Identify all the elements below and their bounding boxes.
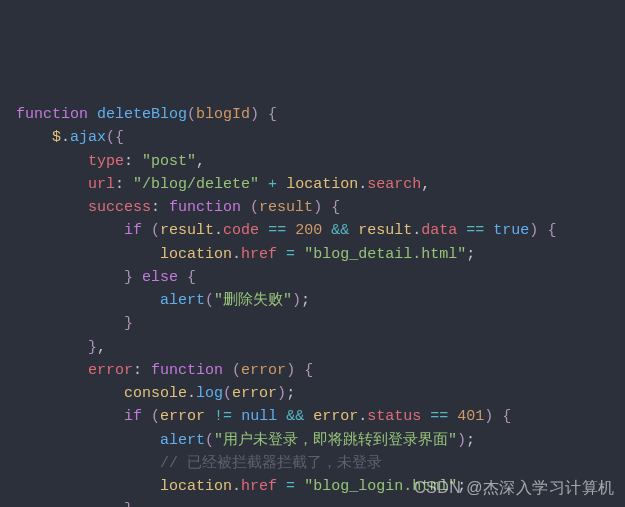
str-post: "post" <box>142 153 196 170</box>
str-url: "/blog/delete" <box>133 176 259 193</box>
prop-href-2: href <box>241 478 277 495</box>
kw-null: null <box>241 408 277 425</box>
param-error: error <box>241 362 286 379</box>
param-blogid: blogId <box>196 106 250 123</box>
keyword-function-2: function <box>169 199 241 216</box>
param-result: result <box>259 199 313 216</box>
prop-success: success <box>88 199 151 216</box>
op-and: && <box>331 222 349 239</box>
comment-line: // 已经被拦截器拦截了，未登录 <box>160 455 382 472</box>
alert-fn: alert <box>160 292 205 309</box>
jquery-symbol: $ <box>52 129 61 146</box>
prop-data: data <box>421 222 457 239</box>
keyword-else: else <box>142 269 178 286</box>
code-block: function deleteBlog(blogId) { $.ajax({ t… <box>16 103 609 507</box>
function-name: deleteBlog <box>97 106 187 123</box>
console-obj: console <box>124 385 187 402</box>
prop-error: error <box>88 362 133 379</box>
op-ne: != <box>214 408 232 425</box>
keyword-function-3: function <box>151 362 223 379</box>
str-delete-fail: "删除失败" <box>214 292 292 309</box>
ref-error: error <box>232 385 277 402</box>
watermark: CSDN @杰深入学习计算机 <box>414 476 615 501</box>
ajax-call: ajax <box>70 129 106 146</box>
str-need-login: "用户未登录，即将跳转到登录界面" <box>214 432 457 449</box>
log-fn: log <box>196 385 223 402</box>
prop-status: status <box>367 408 421 425</box>
alert-fn-2: alert <box>160 432 205 449</box>
prop-url: url <box>88 176 115 193</box>
op-eq: == <box>268 222 286 239</box>
location-obj: location <box>286 176 358 193</box>
bool-true: true <box>493 222 529 239</box>
ref-error-3: error <box>313 408 358 425</box>
str-blog-detail: "blog_detail.html" <box>304 246 466 263</box>
keyword-function: function <box>16 106 88 123</box>
num-401: 401 <box>457 408 484 425</box>
prop-type: type <box>88 153 124 170</box>
op-eq-2: == <box>466 222 484 239</box>
location-obj-3: location <box>160 478 232 495</box>
ref-result-2: result <box>358 222 412 239</box>
prop-code: code <box>223 222 259 239</box>
op-and-2: && <box>286 408 304 425</box>
num-200: 200 <box>295 222 322 239</box>
ref-error-2: error <box>160 408 205 425</box>
ref-result: result <box>160 222 214 239</box>
location-obj-2: location <box>160 246 232 263</box>
op-eq-3: == <box>430 408 448 425</box>
prop-search: search <box>367 176 421 193</box>
keyword-if: if <box>124 222 142 239</box>
keyword-if-2: if <box>124 408 142 425</box>
prop-href: href <box>241 246 277 263</box>
